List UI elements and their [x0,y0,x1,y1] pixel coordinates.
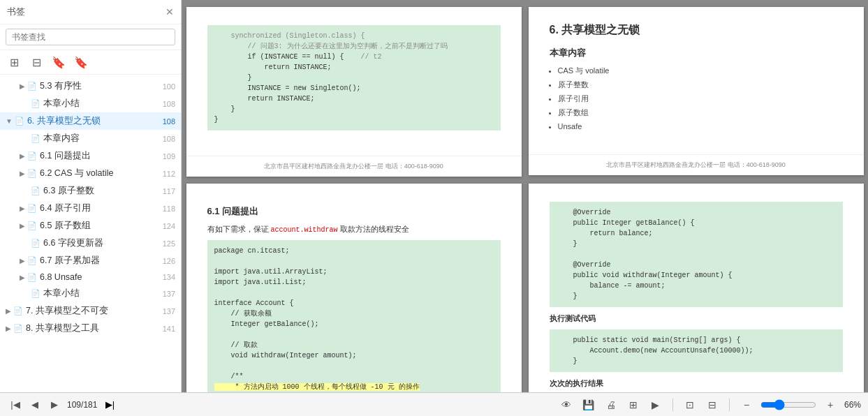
page-num: 112 [163,170,175,178]
sidebar-item-6-7[interactable]: ▶ 📄 6.7 原子累加器 126 [0,252,181,269]
arrow-icon: ▶ [6,325,11,332]
bookmark-icon-2[interactable]: 🔖 [73,54,89,70]
sidebar-title: 书签 [7,6,25,18]
sidebar-item-6-3[interactable]: 📄 6.3 原子整数 117 [0,182,181,200]
sidebar-item-6-1[interactable]: ▶ 📄 6.1 问题提出 109 [0,147,181,165]
nav-label: 本章小结 [43,98,80,110]
nav-label: 本章内容 [43,133,80,144]
nav-label: 6.2 CAS 与 volatile [40,168,113,179]
sidebar-nav: ▶ 📄 5.3 有序性 100 📄 本章小结 108 ▼ 📄 6. 共享模型之无… [0,75,181,392]
page-num: 108 [163,135,175,143]
page-container: synchronized (Singleton.class) { // 问题3:… [182,0,868,392]
page-num: 108 [163,117,175,126]
toc-item-3: 原子引用 [558,92,843,106]
zoom-level: 66% [844,400,861,410]
arrow-icon: ▶ [20,170,25,177]
close-icon[interactable]: ✕ [165,6,174,17]
sidebar-item-6-2[interactable]: ▶ 📄 6.2 CAS 与 volatile 112 [0,165,181,182]
sidebar-item-5-3[interactable]: ▶ 📄 5.3 有序性 100 [0,77,181,95]
sidebar-item-6[interactable]: ▼ 📄 6. 共享模型之无锁 108 [0,112,181,130]
page-num: 141 [163,325,175,333]
page-num: 124 [163,222,175,230]
section-desc: 有如下需求，保证 account.withdraw 取款方法的线程安全 [207,223,501,236]
arrow-icon: ▶ [20,205,25,212]
page-num: 117 [163,187,175,195]
page-num: 137 [163,290,175,298]
sidebar-item-chapter-summary-6[interactable]: 📄 本章小结 137 [0,285,181,302]
nav-label: 6.7 原子累加器 [40,255,100,267]
page-left-1: synchronized (Singleton.class) { // 问题3:… [186,7,522,177]
sidebar-item-6-8[interactable]: ▶ 📄 6.8 Unsafe 134 [0,269,181,285]
page-right-2: @Override public Integer getBalance() { … [529,184,864,392]
nav-first-icon[interactable]: |◀ [7,396,24,413]
nav-controls: |◀ ◀ ▶ [7,396,63,413]
nav-last-icon[interactable]: ▶| [101,396,118,413]
doc-icon: 📄 [31,186,41,195]
zoom-page-icon[interactable]: ⊟ [704,396,721,413]
doc-icon: 📄 [13,324,23,333]
page-content-right-1: 6. 共享模型之无锁 本章内容 CAS 与 volatile 原子整数 原子引用… [529,7,864,147]
sidebar-item-6-4[interactable]: ▶ 📄 6.4 原子引用 118 [0,200,181,217]
toc-item-5: Unsafe [558,120,843,134]
bottom-bar: |◀ ◀ ▶ 109/181 ▶| 👁 💾 🖨 ⊞ ▶ ⊡ ⊟ − + 66% [0,392,868,416]
page-num: 137 [163,307,175,315]
page-content-left-1: synchronized (Singleton.class) { // 问题3:… [186,7,522,149]
code-block-singleton: synchronized (Singleton.class) { // 问题3:… [207,25,501,131]
search-input[interactable] [6,29,175,45]
nav-label: 6.4 原子引用 [40,202,91,214]
content-area: synchronized (Singleton.class) { // 问题3:… [182,0,868,392]
exec-label: 执行测试代码 [550,313,843,325]
sidebar-toolbar: ⊞ ⊟ 🔖 🔖 [0,50,181,75]
sidebar-item-6-6[interactable]: 📄 6.6 字段更新器 125 [0,235,181,252]
zoom-fit-icon[interactable]: ⊡ [682,396,698,413]
sidebar-item-6-toc[interactable]: 📄 本章内容 108 [0,130,181,147]
arrow-icon: ▶ [20,152,25,160]
doc-icon: 📄 [27,221,37,230]
save-icon[interactable]: 💾 [580,396,597,413]
toc-item-2: 原子整数 [558,78,843,92]
toc-item-1: CAS 与 volatile [558,64,843,78]
eye-icon[interactable]: 👁 [558,396,575,413]
toolbar-icon-2[interactable]: ⊟ [28,54,45,70]
doc-icon: 📄 [31,239,41,248]
play-icon[interactable]: ▶ [647,396,664,413]
page-info: 109/181 [67,400,97,410]
page-num: 118 [163,205,175,213]
arrow-icon: ▶ [6,307,11,315]
section-6-1-heading: 6.1 问题提出 [207,205,501,219]
page-footer-right-1: 北京市昌平区建村地西路金燕龙办公楼一层 电话：400-618-9090 [529,154,864,175]
zoom-plus-btn[interactable]: + [822,396,839,413]
zoom-slider[interactable] [760,399,816,410]
arrow-icon: ▶ [20,222,25,230]
sidebar-item-8[interactable]: ▶ 📄 8. 共享模型之工具 141 [0,320,181,337]
code-block-exec: public static void main(String[] args) {… [550,329,843,372]
sidebar-item-7[interactable]: ▶ 📄 7. 共享模型之不可变 137 [0,302,181,320]
section-heading-toc: 本章内容 [550,46,843,61]
doc-icon: 📄 [27,82,37,91]
page-num: 126 [163,257,175,265]
page-num: 108 [163,100,175,108]
layout-icon[interactable]: ⊞ [625,396,642,413]
print-icon[interactable]: 🖨 [603,396,619,413]
bookmark-icon[interactable]: 🔖 [50,54,67,70]
sidebar-item-chapter-summary-5[interactable]: 📄 本章小结 108 [0,95,181,112]
toolbar-icon-1[interactable]: ⊞ [6,54,22,70]
doc-icon: 📄 [27,204,37,213]
nav-label: 6.8 Unsafe [40,272,82,282]
code-block-getbalance: @Override public Integer getBalance() { … [550,202,843,307]
page-num: 109 [163,152,175,161]
doc-icon: 📄 [31,289,41,298]
doc-icon: 📄 [27,169,37,178]
nav-prev-icon[interactable]: ◀ [27,396,43,413]
doc-icon: 📄 [13,306,23,315]
page-num: 100 [163,82,175,91]
page-num: 134 [163,273,175,281]
zoom-minus-btn[interactable]: − [738,396,755,413]
nav-next-icon[interactable]: ▶ [46,396,63,413]
sidebar-item-6-5[interactable]: ▶ 📄 6.5 原子数组 124 [0,217,181,235]
nav-label: 8. 共享模型之工具 [26,322,99,334]
nav-label: 7. 共享模型之不可变 [26,305,108,317]
separator-1 [672,399,673,411]
page-content-left-2: 6.1 问题提出 有如下需求，保证 account.withdraw 取款方法的… [186,184,522,392]
page-num: 125 [163,239,175,248]
